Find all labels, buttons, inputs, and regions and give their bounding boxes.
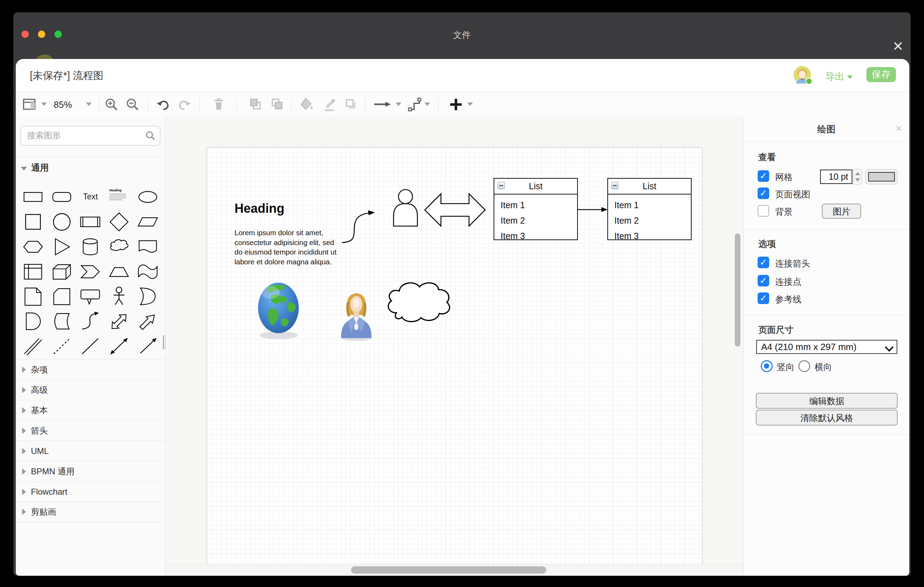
- page-setup-icon[interactable]: [22, 97, 37, 111]
- shape-directional-connector[interactable]: [134, 334, 162, 359]
- shape-and[interactable]: [18, 309, 48, 334]
- sidebar-category-bpmn[interactable]: BPMN 通用: [16, 461, 165, 481]
- horizontal-scrollbar-thumb[interactable]: [351, 566, 546, 574]
- shape-diamond[interactable]: [105, 209, 134, 234]
- panel-close-icon[interactable]: ×: [893, 122, 905, 134]
- shape-or[interactable]: [134, 284, 162, 309]
- shape-cube[interactable]: [48, 259, 76, 284]
- chevron-down-icon[interactable]: [86, 102, 92, 106]
- grid-size-input[interactable]: [820, 170, 852, 184]
- shape-square[interactable]: [18, 209, 48, 234]
- shape-dashed-line[interactable]: [48, 334, 76, 359]
- insert-icon[interactable]: [448, 97, 463, 111]
- shape-document[interactable]: [134, 234, 162, 259]
- person-shape[interactable]: [392, 189, 419, 227]
- shape-line[interactable]: [76, 334, 105, 359]
- diagram-canvas[interactable]: Heading Lorem ipsum dolor sit amet, cons…: [165, 117, 743, 576]
- shape-circle[interactable]: [48, 209, 76, 234]
- shape-link[interactable]: [18, 334, 48, 359]
- save-button[interactable]: 保存: [866, 67, 896, 82]
- grid-color-swatch[interactable]: [865, 169, 898, 184]
- curve-arrow-shape[interactable]: [341, 209, 378, 246]
- background-image-button[interactable]: 图片: [822, 204, 861, 219]
- shape-bidirectional-connector[interactable]: [105, 334, 134, 359]
- sidebar-category-misc[interactable]: 杂项: [16, 359, 165, 379]
- shape-tape[interactable]: [134, 259, 162, 284]
- list-shape-1[interactable]: List Item 1 Item 2 Item 3: [493, 178, 578, 240]
- portrait-radio[interactable]: [761, 360, 773, 372]
- sidebar-category-flowchart[interactable]: Flowchart: [16, 481, 165, 502]
- search-input[interactable]: [26, 126, 144, 144]
- cloud-shape[interactable]: [384, 278, 453, 335]
- collapse-icon[interactable]: [497, 182, 505, 189]
- shape-step[interactable]: [76, 259, 105, 284]
- earth-globe-image[interactable]: [257, 280, 301, 340]
- clear-default-style-button[interactable]: 清除默认风格: [756, 410, 898, 425]
- waypoint-style-icon[interactable]: [407, 97, 422, 111]
- list-item[interactable]: Item 3: [494, 228, 577, 244]
- guides-checkbox[interactable]: ✓: [757, 292, 769, 304]
- list-item[interactable]: Item 1: [494, 197, 577, 213]
- double-arrow-shape[interactable]: [424, 191, 486, 229]
- list-item[interactable]: Item 1: [608, 197, 691, 213]
- shape-actor[interactable]: [105, 284, 134, 309]
- list-shape-2[interactable]: List Item 1 Item 2 Item 3: [607, 178, 691, 240]
- page-size-select[interactable]: A4 (210 mm x 297 mm): [756, 340, 897, 354]
- connection-style-icon[interactable]: [373, 97, 391, 111]
- shape-arrow[interactable]: [134, 309, 162, 334]
- landscape-radio[interactable]: [798, 360, 810, 372]
- export-button[interactable]: 导出: [825, 70, 853, 83]
- zoom-out-icon[interactable]: [125, 97, 139, 111]
- canvas-heading-text[interactable]: Heading: [234, 201, 284, 216]
- zoom-level[interactable]: 85%: [54, 99, 72, 110]
- chevron-down-icon[interactable]: [396, 102, 401, 106]
- page-view-checkbox[interactable]: ✓: [757, 188, 769, 199]
- shape-hexagon[interactable]: [18, 234, 48, 259]
- zoom-in-icon[interactable]: [104, 97, 118, 111]
- connector-arrow[interactable]: [577, 204, 609, 214]
- sidebar-category-advanced[interactable]: 高级: [16, 379, 165, 400]
- connection-arrows-checkbox[interactable]: ✓: [757, 257, 769, 268]
- chevron-down-icon[interactable]: [41, 102, 47, 106]
- vertical-scrollbar-thumb[interactable]: [735, 234, 741, 346]
- connection-points-checkbox[interactable]: ✓: [757, 275, 769, 287]
- sidebar-category-uml[interactable]: UML: [16, 440, 165, 461]
- businesswoman-image[interactable]: [337, 287, 376, 341]
- shape-text[interactable]: Text: [76, 184, 105, 209]
- sidebar-category-clipart[interactable]: 剪贴画: [16, 502, 165, 522]
- shape-data-storage[interactable]: [48, 309, 76, 334]
- list-item[interactable]: Item 2: [608, 213, 691, 228]
- shape-curve[interactable]: [76, 309, 105, 334]
- shape-trapezoid[interactable]: [105, 259, 134, 284]
- sidebar-category-basic[interactable]: 基本: [16, 400, 165, 420]
- sidebar-category-arrows[interactable]: 箭头: [16, 420, 165, 440]
- canvas-paragraph-text[interactable]: Lorem ipsum dolor sit amet, consectetur …: [234, 228, 337, 267]
- shape-triangle[interactable]: [48, 234, 76, 259]
- background-checkbox[interactable]: [757, 205, 769, 217]
- grid-size-stepper[interactable]: [853, 169, 862, 185]
- shape-parallelogram[interactable]: [134, 209, 162, 234]
- shape-rectangle[interactable]: [18, 184, 48, 209]
- edit-data-button[interactable]: 编辑数据: [756, 393, 898, 409]
- collapse-icon[interactable]: [611, 182, 619, 189]
- shape-ellipse[interactable]: [134, 184, 162, 209]
- grid-checkbox[interactable]: ✓: [757, 170, 769, 182]
- section-general[interactable]: 通用: [21, 162, 49, 173]
- shape-cylinder[interactable]: [76, 234, 105, 259]
- shape-textbox[interactable]: Heading: [105, 184, 134, 209]
- shape-note[interactable]: [18, 284, 48, 309]
- chevron-down-icon[interactable]: [424, 102, 430, 106]
- shape-process[interactable]: [76, 209, 105, 234]
- list-item[interactable]: Item 3: [608, 228, 691, 244]
- shape-cloud[interactable]: [105, 234, 134, 259]
- close-icon[interactable]: ✕: [890, 39, 906, 54]
- shape-callout[interactable]: [76, 284, 105, 309]
- shape-rounded-rectangle[interactable]: [48, 184, 76, 209]
- shape-internal-storage[interactable]: [18, 259, 48, 284]
- search-icon[interactable]: [145, 130, 155, 141]
- shape-bidirectional-arrow[interactable]: [105, 309, 134, 334]
- shape-search[interactable]: [20, 126, 160, 146]
- list-item[interactable]: Item 2: [494, 213, 577, 228]
- chevron-down-icon[interactable]: [467, 102, 473, 106]
- undo-icon[interactable]: [155, 97, 171, 111]
